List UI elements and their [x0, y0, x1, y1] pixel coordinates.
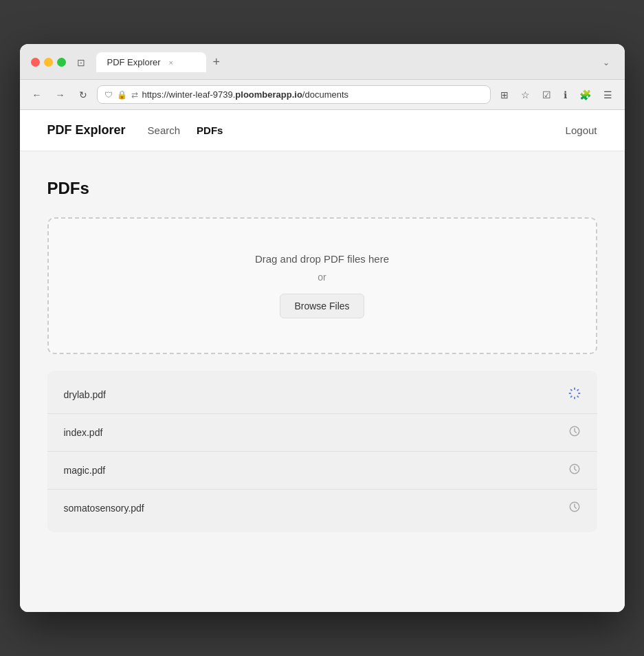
file-item[interactable]: drylab.pdf [47, 376, 597, 414]
new-tab-button[interactable]: + [209, 52, 225, 72]
extensions-icon[interactable]: 🧩 [575, 87, 595, 103]
tab-close-button[interactable]: × [169, 58, 173, 67]
browser-titlebar: ⊡ PDF Explorer × + ⌄ [20, 44, 625, 80]
url-icon: ⇄ [131, 90, 138, 100]
chevron-down-icon[interactable]: ⌄ [599, 55, 614, 70]
or-text: or [63, 272, 582, 283]
app-content: PDF Explorer Search PDFs Logout PDFs Dra… [20, 110, 625, 612]
back-button[interactable]: ← [28, 87, 46, 103]
file-item[interactable]: somatosensory.pdf [47, 490, 597, 527]
drop-zone[interactable]: Drag and drop PDF files here or Browse F… [47, 217, 597, 354]
app-logo: PDF Explorer [47, 123, 126, 138]
page-body: PDFs Drag and drop PDF files here or Bro… [20, 151, 625, 560]
reload-button[interactable]: ↻ [75, 87, 91, 103]
file-name: magic.pdf [64, 465, 106, 476]
address-bar[interactable]: 🛡 🔒 ⇄ https://winter-leaf-9739.ploombera… [97, 85, 491, 104]
minimize-button[interactable] [44, 58, 53, 67]
logout-button[interactable]: Logout [566, 124, 597, 136]
browse-files-button[interactable]: Browse Files [280, 294, 364, 318]
window-icon: ⊡ [77, 57, 85, 68]
page-title: PDFs [47, 179, 597, 198]
grid-icon[interactable]: ⊞ [496, 87, 513, 103]
file-list: drylab.pdf index.pdf [47, 371, 597, 532]
loading-icon [568, 387, 581, 402]
file-item[interactable]: magic.pdf [47, 452, 597, 490]
file-name: somatosensory.pdf [64, 503, 144, 514]
address-url: https://winter-leaf-9739.ploomberapp.io/… [142, 89, 483, 100]
url-domain: ploomberapp.io [235, 89, 302, 100]
maximize-button[interactable] [57, 58, 66, 67]
lock-icon: 🔒 [117, 90, 127, 100]
security-icon: 🛡 [104, 90, 113, 100]
app-nav: PDF Explorer Search PDFs Logout [20, 110, 625, 151]
url-path: /documents [302, 89, 348, 100]
clock-icon [568, 425, 581, 440]
toolbar-icons: ⊞ ☆ ☑ ℹ 🧩 ☰ [496, 87, 617, 103]
menu-icon[interactable]: ☰ [599, 87, 617, 103]
url-prefix: https://winter-leaf-9739. [142, 89, 236, 100]
active-tab[interactable]: PDF Explorer × [96, 52, 206, 72]
drag-drop-text: Drag and drop PDF files here [63, 253, 582, 265]
file-item[interactable]: index.pdf [47, 414, 597, 452]
nav-link-search[interactable]: Search [148, 122, 181, 139]
close-button[interactable] [31, 58, 40, 67]
tab-bar: PDF Explorer × + [96, 52, 593, 72]
file-name: drylab.pdf [64, 389, 106, 400]
nav-links: Search PDFs [148, 122, 566, 139]
clock-icon [568, 501, 581, 516]
star-icon[interactable]: ☆ [517, 87, 534, 103]
browser-toolbar: ← → ↻ 🛡 🔒 ⇄ https://winter-leaf-9739.plo… [20, 80, 625, 110]
forward-button[interactable]: → [52, 87, 69, 103]
profile-icon[interactable]: ℹ [559, 87, 571, 103]
file-name: index.pdf [64, 427, 103, 438]
pocket-icon[interactable]: ☑ [538, 87, 555, 103]
traffic-lights [31, 58, 66, 67]
browser-window: ⊡ PDF Explorer × + ⌄ ← → ↻ 🛡 🔒 ⇄ https:/… [20, 44, 625, 612]
nav-link-pdfs[interactable]: PDFs [197, 122, 223, 139]
tab-title: PDF Explorer [107, 57, 161, 67]
clock-icon [568, 463, 581, 478]
